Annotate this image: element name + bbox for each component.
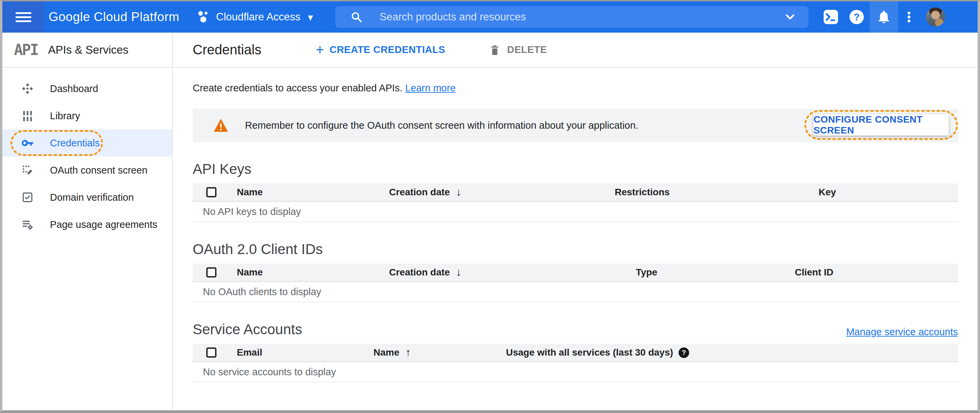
- sidebar: API APIs & Services Dashboard: [2, 33, 173, 410]
- api-keys-empty-row: No API keys to display: [192, 202, 958, 222]
- cloud-shell-button[interactable]: [818, 2, 844, 33]
- service-accounts-section-header: Service Accounts Manage service accounts: [192, 321, 958, 338]
- search-icon: [350, 11, 363, 23]
- cloud-shell-icon: [823, 9, 838, 25]
- sidebar-item-domain-verification[interactable]: Domain verification: [2, 184, 172, 211]
- page-body: Create credentials to access your enable…: [173, 83, 978, 383]
- configure-consent-screen-button[interactable]: CONFIGURE CONSENT SCREEN: [813, 114, 949, 135]
- oauth-clients-table: Name Creation date ↓ Type Client ID No O…: [192, 264, 958, 302]
- sidebar-item-oauth-consent-screen[interactable]: OAuth consent screen: [2, 157, 172, 184]
- search-placeholder: Search products and resources: [380, 11, 783, 23]
- browser-window: Google Cloud Platform Cloudflare Access …: [0, 0, 980, 413]
- column-header-name[interactable]: Name: [224, 267, 374, 278]
- column-header-client-id[interactable]: Client ID: [795, 267, 958, 278]
- oauth-clients-empty-row: No OAuth clients to display: [192, 282, 958, 302]
- column-header-usage[interactable]: Usage with all services (last 30 days) ?: [506, 347, 958, 358]
- search-input[interactable]: Search products and resources: [336, 6, 808, 28]
- overflow-menu-button[interactable]: [898, 2, 920, 33]
- intro-text: Create credentials to access your enable…: [192, 83, 978, 94]
- section-title-api-keys: API Keys: [192, 161, 978, 177]
- page-toolbar: Credentials + CREATE CREDENTIALS DELETE: [173, 33, 978, 68]
- main-content: Credentials + CREATE CREDENTIALS DELETE …: [173, 33, 978, 410]
- oauth-clients-table-header: Name Creation date ↓ Type Client ID: [192, 264, 958, 282]
- sidebar-item-label: Domain verification: [50, 192, 134, 203]
- warning-message: Remember to configure the OAuth consent …: [245, 120, 638, 131]
- page-usage-agreements-icon: [21, 218, 34, 231]
- sidebar-item-label: Page usage agreements: [50, 219, 158, 230]
- sidebar-item-dashboard[interactable]: Dashboard: [2, 75, 172, 102]
- service-accounts-table-header: Email Name ↑ Usage with all services (la…: [192, 344, 958, 362]
- annotation-dashed-highlight: CONFIGURE CONSENT SCREEN: [804, 110, 958, 140]
- dashboard-icon: [21, 82, 34, 95]
- plus-icon: +: [316, 43, 324, 57]
- project-name: Cloudflare Access: [216, 11, 301, 23]
- service-accounts-table: Email Name ↑ Usage with all services (la…: [192, 344, 958, 383]
- column-header-creation-date[interactable]: Creation date ↓: [374, 266, 615, 278]
- top-app-bar: Google Cloud Platform Cloudflare Access …: [2, 2, 978, 33]
- column-header-creation-date[interactable]: Creation date ↓: [374, 186, 615, 199]
- project-selector[interactable]: Cloudflare Access ▾: [196, 10, 313, 24]
- library-icon: [21, 110, 34, 122]
- sidebar-item-label: Dashboard: [50, 83, 98, 94]
- column-header-name[interactable]: Name: [224, 187, 374, 198]
- domain-verification-icon: [21, 191, 34, 204]
- create-credentials-button[interactable]: + CREATE CREDENTIALS: [316, 43, 445, 57]
- sort-ascending-icon[interactable]: ↑: [406, 346, 411, 359]
- column-header-restrictions[interactable]: Restrictions: [615, 187, 819, 198]
- select-all-checkbox[interactable]: [206, 267, 216, 278]
- sidebar-item-label: Library: [50, 110, 80, 122]
- sidebar-item-page-usage-agreements[interactable]: Page usage agreements: [2, 211, 172, 238]
- notifications-bell-icon: [877, 10, 891, 24]
- service-accounts-empty-row: No service accounts to display: [192, 362, 958, 383]
- consent-warning-banner: Remember to configure the OAuth consent …: [192, 109, 958, 142]
- manage-service-accounts-link[interactable]: Manage service accounts: [846, 326, 958, 338]
- sidebar-item-label: Credentials: [50, 138, 100, 149]
- sidebar-nav: Dashboard Library Credentials: [2, 68, 172, 238]
- sidebar-item-library[interactable]: Library: [2, 102, 172, 129]
- svg-text:?: ?: [854, 11, 860, 22]
- usage-help-icon[interactable]: ?: [679, 348, 689, 358]
- trash-icon: [488, 44, 501, 56]
- notifications-button[interactable]: [870, 2, 898, 33]
- vertical-dots-icon: [902, 10, 916, 24]
- sidebar-product-title: APIs & Services: [48, 43, 129, 56]
- select-all-checkbox[interactable]: [206, 187, 216, 197]
- page-title: Credentials: [192, 42, 261, 57]
- sort-descending-icon[interactable]: ↓: [456, 186, 461, 199]
- sidebar-header: API APIs & Services: [2, 33, 172, 68]
- main-menu-button[interactable]: [2, 2, 45, 33]
- select-all-checkbox[interactable]: [206, 348, 216, 357]
- delete-button[interactable]: DELETE: [488, 44, 547, 56]
- gcp-logo[interactable]: Google Cloud Platform: [49, 10, 180, 24]
- help-icon: ?: [849, 9, 864, 25]
- section-title-service-accounts: Service Accounts: [192, 321, 302, 338]
- column-header-name[interactable]: Name ↑: [374, 346, 506, 359]
- sort-descending-icon[interactable]: ↓: [456, 266, 461, 278]
- warning-icon: [213, 118, 229, 132]
- key-icon: [21, 136, 34, 150]
- column-header-key[interactable]: Key: [819, 187, 958, 198]
- sidebar-item-label: OAuth consent screen: [50, 165, 148, 176]
- project-dropdown-icon: ▾: [308, 11, 313, 23]
- learn-more-link[interactable]: Learn more: [405, 83, 455, 94]
- help-button[interactable]: ?: [844, 2, 870, 33]
- column-header-type[interactable]: Type: [615, 267, 795, 278]
- search-options-chevron-icon[interactable]: [783, 10, 797, 24]
- consent-screen-icon: [21, 164, 34, 176]
- sidebar-item-credentials[interactable]: Credentials: [2, 129, 172, 157]
- user-avatar[interactable]: [926, 8, 945, 27]
- topbar-actions: ?: [818, 2, 978, 33]
- project-hexagons-icon: [196, 10, 211, 24]
- section-title-oauth-client-ids: OAuth 2.0 Client IDs: [192, 241, 978, 257]
- api-keys-table: Name Creation date ↓ Restrictions Key No…: [192, 183, 958, 222]
- api-product-logo: API: [14, 41, 38, 59]
- column-header-email[interactable]: Email: [224, 347, 374, 358]
- api-keys-table-header: Name Creation date ↓ Restrictions Key: [192, 183, 958, 202]
- hamburger-icon: [16, 10, 31, 24]
